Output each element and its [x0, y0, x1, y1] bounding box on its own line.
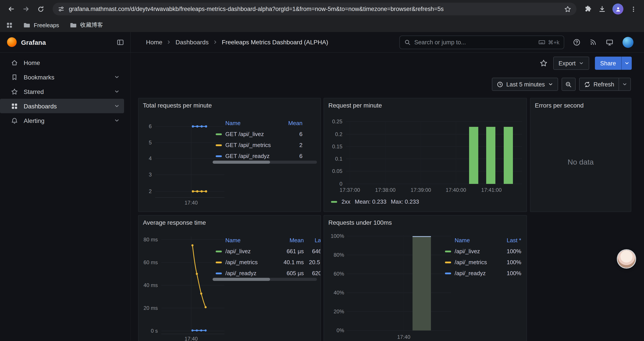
- legend-table: Name Last * /api/_livez 100% /api/_metri…: [443, 235, 521, 279]
- monitor-icon[interactable]: [606, 38, 613, 46]
- share-button[interactable]: Share: [595, 57, 632, 70]
- breadcrumb-separator-icon: [166, 40, 172, 45]
- legend-row[interactable]: /api/_metrics 40.1 ms 20.5 ms: [214, 257, 321, 268]
- legend-header-mean[interactable]: Mean: [272, 237, 304, 244]
- chevron-down-icon[interactable]: [114, 74, 120, 80]
- legend-header-name[interactable]: Name: [214, 237, 272, 244]
- series-name[interactable]: GET /api/_metrics: [225, 142, 280, 148]
- sidebar-item-bookmarks[interactable]: Bookmarks: [0, 70, 124, 84]
- chevron-down-icon[interactable]: [114, 89, 120, 94]
- forward-icon[interactable]: [19, 3, 32, 16]
- reload-icon[interactable]: [34, 3, 47, 16]
- legend-header-mean[interactable]: Mean: [280, 120, 302, 126]
- bookmark-star-icon[interactable]: [564, 6, 571, 13]
- series-name[interactable]: GET /api/_readyz: [225, 153, 280, 159]
- sidebar-item-starred[interactable]: Starred: [0, 84, 124, 99]
- refresh-interval-chevron-icon[interactable]: [618, 78, 630, 90]
- sidebar-item-home[interactable]: Home: [0, 55, 124, 70]
- export-button[interactable]: Export: [553, 57, 589, 70]
- browser-profile-avatar[interactable]: [612, 4, 624, 15]
- avg-response-time-chart[interactable]: 80 ms 60 ms 40 ms 20 ms 0 s 17:40: [138, 232, 226, 341]
- legend-row[interactable]: /api/_livez 100%: [443, 246, 521, 257]
- sidebar-item-label: Dashboards: [24, 103, 57, 110]
- browser-menu-icon[interactable]: [630, 6, 637, 13]
- header-icons: [564, 32, 644, 52]
- y-tick-label: 6: [149, 123, 152, 129]
- downloads-icon[interactable]: [598, 5, 606, 13]
- apps-grid-icon[interactable]: [6, 22, 13, 28]
- y-tick-label: 5: [149, 140, 152, 146]
- x-tick-label: 17:40: [184, 200, 198, 206]
- assistant-avatar-widget[interactable]: [618, 250, 635, 268]
- legend-row[interactable]: 2xx Mean: 0.233 Max: 0.233: [331, 198, 419, 205]
- series-name[interactable]: /api/_metrics: [225, 259, 272, 265]
- search-box[interactable]: ⌘+k: [400, 35, 564, 49]
- grafana-brand[interactable]: Grafana: [21, 38, 112, 46]
- series-metrics-line: [192, 190, 207, 192]
- grafana-header: Grafana Home Dashboards Freeleaps Metric…: [0, 32, 644, 53]
- legend-row[interactable]: GET /api/_metrics 2: [214, 140, 302, 151]
- url-text[interactable]: grafana.mathmast.com/d/deytv4rwavabkb/fr…: [69, 6, 560, 12]
- series-color-icon: [216, 155, 222, 157]
- back-icon[interactable]: [4, 3, 18, 16]
- time-range-picker[interactable]: Last 5 minutes: [492, 78, 558, 91]
- breadcrumb-dashboards[interactable]: Dashboards: [176, 39, 209, 46]
- panel-avg-response-time: Average response time 80 ms 60 ms 40 ms …: [138, 215, 321, 341]
- sidebar-item-label: Bookmarks: [24, 74, 54, 81]
- grafana-logo-icon[interactable]: [7, 37, 17, 47]
- extensions-icon[interactable]: [584, 5, 592, 13]
- address-bar[interactable]: grafana.mathmast.com/d/deytv4rwavabkb/fr…: [52, 3, 576, 15]
- share-menu-chevron-icon[interactable]: [621, 57, 632, 70]
- sidebar-item-alerting[interactable]: Alerting: [0, 113, 124, 128]
- share-label[interactable]: Share: [595, 57, 621, 70]
- refresh-button[interactable]: Refresh: [579, 78, 631, 91]
- legend-row[interactable]: GET /api/_readyz 6: [214, 151, 302, 162]
- y-tick-label: 80 ms: [144, 237, 158, 242]
- series-name[interactable]: /api/_livez: [225, 248, 272, 254]
- legend-row[interactable]: /api/_readyz 100%: [443, 268, 521, 279]
- scrollbar-thumb[interactable]: [212, 278, 270, 281]
- requests-under-100ms-chart[interactable]: 100% 80% 60% 40% 20% 0% 17:40: [324, 232, 456, 341]
- scrollbar-thumb[interactable]: [212, 161, 270, 164]
- breadcrumb-separator-icon: [212, 40, 218, 45]
- series-name[interactable]: 2xx: [342, 198, 350, 205]
- bookmark-item[interactable]: 收藏博客: [70, 21, 103, 29]
- legend-header-name[interactable]: Name: [214, 120, 280, 126]
- legend-header-name[interactable]: Name: [443, 237, 498, 244]
- chevron-down-icon[interactable]: [114, 118, 120, 123]
- legend-scrollbar[interactable]: [212, 161, 317, 164]
- series-color-icon: [216, 144, 222, 146]
- favorite-star-icon[interactable]: [540, 59, 548, 67]
- zoom-out-button[interactable]: [561, 78, 576, 91]
- sidebar-item-label: Home: [24, 59, 40, 66]
- news-rss-icon[interactable]: [590, 39, 597, 46]
- request-per-minute-chart[interactable]: 0.25 0.2 0.15 0.1 0.05 0 17:37:00 17:38:…: [324, 115, 526, 194]
- export-label: Export: [558, 60, 576, 67]
- help-icon[interactable]: [573, 38, 580, 46]
- bookmark-item[interactable]: Freeleaps: [23, 22, 59, 29]
- sidebar-collapse-icon[interactable]: [116, 38, 124, 46]
- sidebar-item-dashboards[interactable]: Dashboards: [0, 99, 124, 113]
- legend-row[interactable]: /api/_readyz 605 µs 620 µs: [214, 268, 321, 279]
- chevron-down-icon[interactable]: [114, 103, 120, 109]
- series-name[interactable]: /api/_metrics: [454, 259, 498, 265]
- site-settings-icon[interactable]: [58, 6, 64, 12]
- breadcrumb-home[interactable]: Home: [146, 39, 162, 46]
- y-tick-label: 0 s: [151, 328, 158, 334]
- legend-scrollbar[interactable]: [212, 278, 317, 281]
- legend-header-last[interactable]: Last *: [498, 237, 521, 244]
- series-name[interactable]: GET /api/_livez: [225, 131, 280, 137]
- chevron-down-icon: [579, 61, 584, 66]
- series-name[interactable]: /api/_readyz: [225, 270, 272, 276]
- search-input[interactable]: [414, 39, 535, 46]
- legend-row[interactable]: /api/_livez 661 µs 646 µs: [214, 246, 321, 257]
- refresh-icon: [584, 81, 590, 88]
- legend-row[interactable]: GET /api/_livez 6: [214, 129, 302, 140]
- legend-row[interactable]: /api/_metrics 100%: [443, 257, 521, 268]
- series-name[interactable]: /api/_livez: [454, 248, 498, 254]
- search-shortcut-keys: ⌘+k: [548, 39, 560, 46]
- series-mean: 605 µs: [272, 270, 304, 276]
- legend-header-last[interactable]: Last *: [304, 237, 321, 244]
- series-name[interactable]: /api/_readyz: [454, 270, 498, 276]
- grafana-user-avatar[interactable]: [622, 37, 634, 48]
